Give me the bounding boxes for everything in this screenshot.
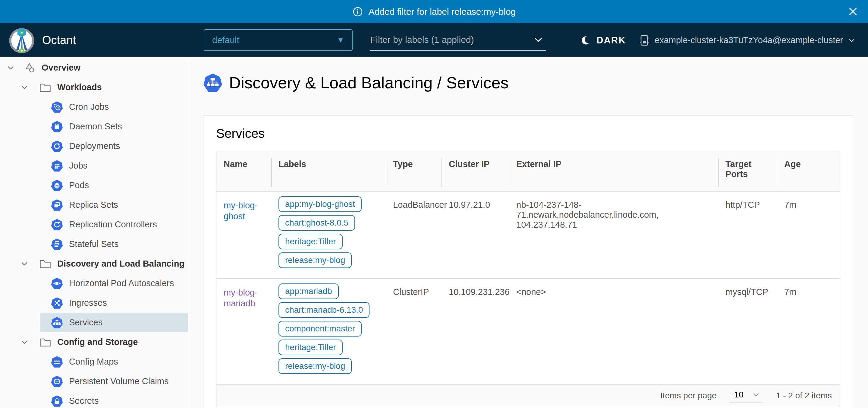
replication-controllers-icon bbox=[51, 218, 63, 231]
folder-icon bbox=[38, 336, 52, 349]
target-ports: http/TCP bbox=[718, 192, 777, 279]
service-icon bbox=[203, 73, 222, 92]
service-link[interactable]: my-blog-ghost bbox=[224, 200, 266, 222]
sidebar-item-pods[interactable]: Pods bbox=[40, 175, 188, 195]
sidebar-item-config-maps[interactable]: Config Maps bbox=[40, 352, 188, 372]
label-pill[interactable]: heritage:Tiller bbox=[278, 340, 343, 355]
dark-theme-toggle[interactable]: DARK bbox=[580, 23, 626, 57]
table-pagination: Items per page 10 1 - 2 of 2 items bbox=[216, 384, 840, 407]
context-name: example-cluster-ka3TuTzYo4a@example-clus… bbox=[655, 35, 843, 45]
label-pill[interactable]: heritage:Tiller bbox=[278, 234, 343, 250]
service-type: LoadBalancer bbox=[386, 192, 441, 279]
target-ports: mysql/TCP bbox=[718, 279, 777, 384]
folder-icon bbox=[38, 257, 52, 270]
service-link[interactable]: my-blog-mariadb bbox=[224, 287, 266, 309]
deployments-icon bbox=[51, 140, 63, 152]
sidebar-item-cron-jobs[interactable]: Cron Jobs bbox=[40, 97, 188, 117]
octant-app: Added filter for label release:my-blog bbox=[0, 0, 868, 408]
alert-message: Added filter for label release:my-blog bbox=[369, 7, 516, 17]
table-row: my-blog-mariadb app:mariadb chart:mariad… bbox=[216, 279, 840, 384]
pagination-range: 1 - 2 of 2 items bbox=[776, 391, 832, 401]
theme-label: DARK bbox=[596, 35, 626, 46]
sidebar-section-discovery-lb[interactable]: Discovery and Load Balancing bbox=[0, 254, 188, 273]
objects-icon bbox=[24, 61, 36, 74]
octant-logo-icon bbox=[8, 27, 35, 53]
pods-icon bbox=[51, 179, 63, 192]
context-icon bbox=[639, 34, 650, 47]
sidebar-item-jobs[interactable]: Jobs bbox=[40, 156, 188, 175]
sidebar-section-config-storage[interactable]: Config and Storage bbox=[0, 332, 188, 352]
sidebar-item-secrets[interactable]: Secrets bbox=[40, 391, 188, 408]
col-age: Age bbox=[777, 151, 840, 192]
label-pill[interactable]: chart:mariadb-6.13.0 bbox=[278, 302, 370, 318]
label-filter-dropdown[interactable]: Filter by labels (1 applied) bbox=[370, 29, 546, 51]
external-ip: nb-104-237-148-71.newark.nodebalancer.li… bbox=[509, 192, 718, 279]
chevron-down-icon bbox=[533, 35, 544, 45]
label-pill[interactable]: component:master bbox=[278, 321, 362, 337]
col-name: Name bbox=[216, 151, 271, 192]
config-maps-icon bbox=[51, 356, 63, 368]
sidebar-item-persistent-volume-claims[interactable]: Persistent Volume Claims bbox=[40, 372, 188, 391]
moon-icon bbox=[580, 35, 592, 46]
items-per-page-label: Items per page bbox=[660, 391, 717, 401]
sidebar-item-ingresses[interactable]: Ingresses bbox=[40, 293, 188, 313]
replica-sets-icon bbox=[51, 199, 63, 211]
col-target-ports: Target Ports bbox=[718, 151, 777, 192]
cluster-ip: 10.109.231.236 bbox=[441, 279, 509, 384]
sidebar-item-deployments[interactable]: Deployments bbox=[40, 136, 188, 156]
close-icon[interactable] bbox=[847, 5, 859, 18]
sidebar-item-replica-sets[interactable]: Replica Sets bbox=[40, 195, 188, 215]
sidebar-section-workloads[interactable]: Workloads bbox=[0, 78, 188, 97]
jobs-icon bbox=[51, 160, 63, 172]
namespace-select[interactable]: default ▼ bbox=[204, 29, 352, 51]
app-header: Octant default ▼ Filter by labels (1 app… bbox=[0, 23, 868, 57]
app-title: Octant bbox=[42, 34, 76, 47]
label-pill[interactable]: app:mariadb bbox=[278, 284, 339, 299]
sidebar-nav: Overview Workloads Cron Jobs bbox=[0, 57, 188, 408]
chevron-down-icon[interactable] bbox=[7, 64, 14, 72]
folder-icon bbox=[38, 81, 52, 94]
content: Overview Workloads Cron Jobs bbox=[0, 57, 868, 408]
services-table: Name Labels Type Cluster IP External IP … bbox=[216, 151, 840, 407]
chevron-down-icon[interactable] bbox=[21, 84, 28, 91]
sidebar-item-stateful-sets[interactable]: Stateful Sets bbox=[40, 234, 188, 254]
label-pill[interactable]: app:my-blog-ghost bbox=[278, 196, 362, 212]
age: 7m bbox=[777, 279, 840, 384]
pvc-icon bbox=[51, 375, 63, 387]
services-icon bbox=[51, 317, 63, 329]
stateful-sets-icon bbox=[51, 238, 63, 250]
sidebar-item-replication-controllers[interactable]: Replication Controllers bbox=[40, 215, 188, 234]
label-pill[interactable]: release:my-blog bbox=[278, 253, 352, 268]
sidebar-item-overview[interactable]: Overview bbox=[0, 58, 188, 78]
col-cluster-ip: Cluster IP bbox=[441, 151, 509, 192]
label-pill[interactable]: chart:ghost-8.0.5 bbox=[278, 215, 355, 231]
chevron-down-icon bbox=[848, 36, 856, 44]
table-row: my-blog-ghost app:my-blog-ghost chart:gh… bbox=[216, 192, 840, 279]
services-card: Services Name Labels Type Clust bbox=[203, 115, 853, 408]
cron-jobs-icon bbox=[51, 101, 63, 113]
page-title: Discovery & Load Balancing / Services bbox=[203, 73, 868, 92]
caret-down-icon: ▼ bbox=[337, 36, 344, 44]
sidebar-item-services[interactable]: Services bbox=[40, 313, 188, 332]
col-labels: Labels bbox=[271, 151, 386, 192]
label-pill[interactable]: release:my-blog bbox=[278, 358, 352, 374]
col-external-ip: External IP bbox=[509, 151, 718, 192]
page-size-select[interactable]: 10 bbox=[730, 388, 763, 403]
sidebar-item-horizontal-pod-autoscalers[interactable]: Horizontal Pod Autoscalers bbox=[40, 273, 188, 293]
chevron-down-icon[interactable] bbox=[21, 338, 28, 346]
namespace-value: default bbox=[212, 35, 239, 45]
hpa-icon bbox=[51, 278, 63, 290]
alert-banner: Added filter for label release:my-blog bbox=[0, 0, 868, 23]
col-type: Type bbox=[386, 151, 441, 192]
label-filter-text: Filter by labels (1 applied) bbox=[370, 35, 474, 45]
info-icon bbox=[352, 6, 363, 17]
ingresses-icon bbox=[51, 297, 63, 309]
external-ip: <none> bbox=[509, 279, 718, 384]
cluster-context-selector[interactable]: example-cluster-ka3TuTzYo4a@example-clus… bbox=[639, 23, 856, 57]
daemon-sets-icon bbox=[51, 121, 63, 133]
secrets-icon bbox=[51, 395, 63, 407]
chevron-down-icon[interactable] bbox=[21, 260, 28, 268]
sidebar-item-daemon-sets[interactable]: Daemon Sets bbox=[40, 117, 188, 136]
brand: Octant bbox=[8, 27, 76, 53]
age: 7m bbox=[777, 192, 840, 279]
